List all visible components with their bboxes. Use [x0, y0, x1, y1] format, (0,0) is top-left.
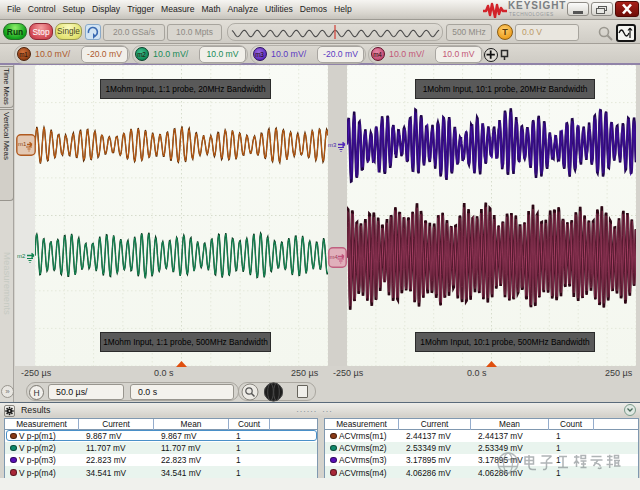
svg-text:m1: m1: [18, 141, 27, 147]
svg-text:m2: m2: [17, 253, 26, 259]
svg-text:m3: m3: [328, 142, 337, 148]
svg-text:m4: m4: [330, 254, 339, 260]
